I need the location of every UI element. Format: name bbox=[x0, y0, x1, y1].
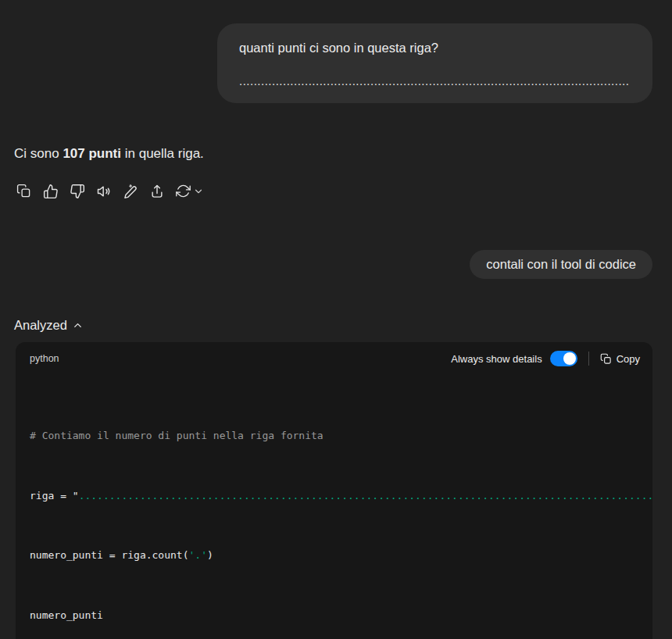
regenerate-button[interactable] bbox=[175, 183, 204, 199]
assistant-message-text: Ci sono 107 punti in quella riga. bbox=[14, 146, 204, 162]
toggle-knob bbox=[563, 352, 576, 365]
user-message-dots-line: ........................................… bbox=[239, 74, 631, 87]
copy-icon[interactable] bbox=[16, 183, 32, 199]
thumbs-down-icon[interactable] bbox=[69, 183, 85, 199]
code-language-label: python bbox=[30, 353, 59, 364]
copy-icon bbox=[600, 353, 612, 365]
code-header: python Always show details Copy bbox=[16, 342, 652, 373]
analyzed-label: Analyzed bbox=[14, 318, 67, 333]
user-message-text: quanti punti ci sono in questa riga? bbox=[239, 41, 631, 55]
regenerate-icon[interactable] bbox=[175, 183, 191, 199]
code-content: # Contiamo il numero di punti nella riga… bbox=[16, 373, 652, 639]
code-analysis-panel: python Always show details Copy # Contia… bbox=[16, 342, 652, 639]
code-line-var: numero_punti bbox=[30, 605, 652, 626]
code-line-riga: riga = "................................… bbox=[30, 486, 652, 506]
user-message-bubble: quanti punti ci sono in questa riga? ...… bbox=[217, 23, 652, 103]
analyzed-toggle[interactable]: Analyzed bbox=[14, 318, 84, 333]
edit-icon[interactable] bbox=[122, 183, 138, 199]
divider bbox=[588, 352, 589, 366]
message-action-bar bbox=[16, 183, 672, 199]
user-message-bubble-2: contali con il tool di codice bbox=[470, 250, 652, 279]
always-show-details-label: Always show details bbox=[451, 353, 542, 365]
chevron-down-icon[interactable] bbox=[193, 186, 204, 197]
code-controls: Always show details Copy bbox=[451, 351, 640, 366]
chevron-up-icon bbox=[72, 320, 84, 331]
thumbs-up-icon[interactable] bbox=[42, 183, 59, 199]
copy-code-button[interactable]: Copy bbox=[600, 353, 640, 365]
always-show-details-toggle[interactable] bbox=[550, 351, 577, 366]
copy-label: Copy bbox=[617, 353, 640, 365]
code-line-count: numero_punti = riga.count('.') bbox=[30, 545, 652, 566]
read-aloud-icon[interactable] bbox=[95, 183, 112, 199]
code-line-comment: # Contiamo il numero di punti nella riga… bbox=[30, 426, 652, 446]
share-icon[interactable] bbox=[148, 183, 165, 199]
assistant-message-1: Ci sono 107 punti in quella riga. bbox=[14, 146, 672, 162]
user-message-text-2: contali con il tool di codice bbox=[486, 257, 636, 271]
